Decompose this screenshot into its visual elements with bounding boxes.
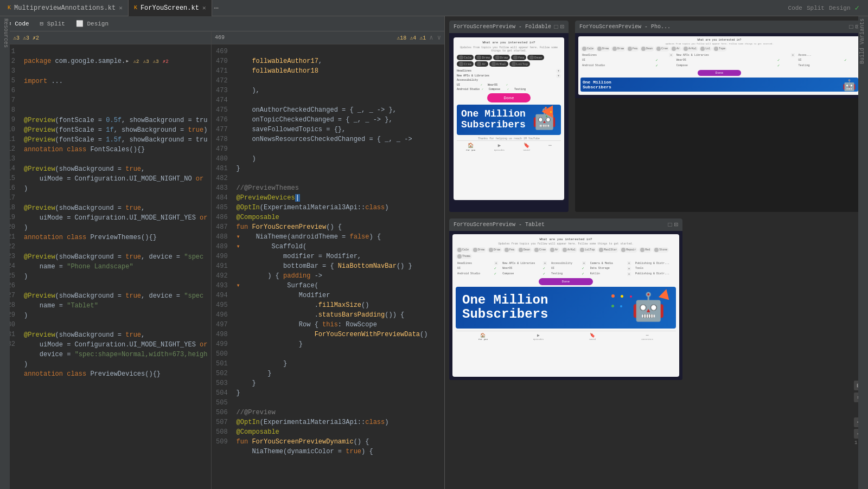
- phone-done-btn[interactable]: Done: [698, 70, 741, 76]
- foldable-nav-episodes[interactable]: ▶ Episodes: [494, 143, 505, 151]
- left-side-panel: Resources: [0, 16, 10, 489]
- phone-chip-1: Cale: [580, 46, 595, 52]
- foldable-content: What are you interested in? Updates from…: [454, 37, 564, 200]
- tablet-content: What are you interested in? Updates from…: [452, 234, 679, 377]
- tablet-nav-foryou[interactable]: 🏠 For you: [478, 333, 488, 340]
- tablet-icon-btn-2[interactable]: ⊡: [674, 221, 678, 229]
- foldable-million-banner: One Million Subscribers 🤖: [457, 105, 561, 135]
- tab-close-btn[interactable]: ✕: [119, 4, 123, 11]
- topic-chip-9[interactable]: LolTop: [509, 61, 531, 67]
- editor-toolbar: ≡ Code ⊟ Split ⬜ Design: [0, 16, 444, 31]
- topic-chip-3[interactable]: Draw: [493, 55, 510, 60]
- tab-multipreview[interactable]: K MultipreviewAnnotations.kt ✕: [2, 0, 129, 16]
- tablet-chip-7: Ar: [548, 247, 560, 253]
- tablet-topics: Cale Drew Draw Fea Dean Cree Ar ArKal Lo…: [456, 247, 676, 259]
- foldable-nav-foryou[interactable]: 🏠 For you: [466, 143, 475, 151]
- tablet-done-area: Done: [456, 278, 676, 285]
- foldable-nav-saved[interactable]: 🔖 Saved: [524, 143, 530, 151]
- tablet-icon-btn-1[interactable]: □: [668, 221, 672, 229]
- tab-foryouscreen[interactable]: K ForYouScreen.kt ✕: [129, 0, 212, 16]
- phone-topics: Cale Drew Draw Fea Dean Cree Ar ArKal Lo…: [580, 46, 858, 52]
- phone-chip-7: Ar: [670, 46, 681, 52]
- foldable-onboarding-title: What are you interested in?: [457, 41, 561, 44]
- main-split: ≡ Code ⊟ Split ⬜ Design ⚠2 ⚠3 ⚠3 ✗2 1235…: [0, 16, 868, 489]
- phone-million-subtitle: Subscribers: [583, 85, 856, 89]
- right-code-header: 469 ⚠18 ⚠4 ⚠1 ∧ ∨: [212, 31, 444, 44]
- left-panel: ≡ Code ⊟ Split ⬜ Design ⚠2 ⚠3 ⚠3 ✗2 1235…: [0, 16, 445, 489]
- tablet-chip-1: Cale: [456, 247, 470, 253]
- topic-chip-2[interactable]: Drew: [475, 55, 492, 60]
- toolbar-split-btn[interactable]: ⊟ Split: [37, 19, 68, 28]
- phone-chip-5: Dean: [640, 46, 654, 52]
- right-panel: ForYouScreenPreview - Foldable □ ⊡ What …: [445, 16, 868, 489]
- code-split: ⚠2 ⚠3 ⚠3 ✗2 1235 678910 1112131415 16171…: [0, 31, 444, 489]
- topic-chip-4[interactable]: Fea: [511, 55, 526, 60]
- tablet-chip-2: Drew: [471, 247, 486, 253]
- preview-foldable-card: ForYouScreenPreview - Foldable □ ⊡ What …: [449, 21, 569, 212]
- tablet-nav-saved[interactable]: 🔖 Saved: [589, 333, 596, 340]
- right-code-panel: 469 ⚠18 ⚠4 ⚠1 ∧ ∨ 469470471472473 474475…: [212, 31, 444, 489]
- topic-chip-5[interactable]: Dean: [527, 55, 544, 60]
- foldable-done-btn[interactable]: Done: [487, 93, 531, 102]
- preview-foldable-icons[interactable]: □ ⊡: [554, 23, 564, 31]
- preview-foldable-title: ForYouScreenPreview - Foldable: [454, 24, 551, 30]
- foldable-nav-more[interactable]: ⋯: [548, 143, 551, 151]
- filter-headlines: Headlines + New APIs & Libraries + Acces…: [457, 69, 561, 82]
- tablet-filter-table: Headlines+ New APIs & Libraries+ Accessi…: [456, 261, 676, 276]
- scroll-arrows[interactable]: ∧ ∨: [429, 34, 441, 42]
- check-icon: ✓: [855, 3, 859, 12]
- tablet-nav-episodes[interactable]: ▶ Episodes: [533, 333, 544, 340]
- phone-chip-9: Lol: [699, 46, 712, 52]
- tablet-chip-12: Red: [639, 247, 652, 253]
- tablet-nav-interests[interactable]: ⋯ Interests: [641, 333, 653, 340]
- preview-phone-header: ForYouScreenPreview - Pho... □ ⊡: [575, 21, 864, 33]
- tablet-chip-9: LolTop: [578, 247, 596, 253]
- tablet-chip-10: MaolStar: [597, 247, 618, 253]
- toolbar-design-btn[interactable]: ⬜ Design: [73, 19, 112, 28]
- phone-million-banner: One Million Subscribers 🤖: [580, 78, 858, 92]
- preview-phone-title: ForYouScreenPreview - Pho...: [579, 24, 671, 30]
- topic-chip-6[interactable]: Cree: [457, 61, 474, 67]
- phone-screen: What are you interested in? Updates from…: [575, 33, 864, 98]
- tab-more-btn[interactable]: ⋯: [214, 3, 219, 12]
- foldable-screen: What are you interested in? Updates from…: [449, 33, 569, 212]
- topic-chip-7[interactable]: Ar: [475, 61, 488, 67]
- toolbar-split-btn-right[interactable]: Split: [807, 5, 825, 11]
- left-code-body[interactable]: 1235 678910 1112131415 1617181920 212223…: [0, 44, 211, 489]
- toolbar-design-btn-right[interactable]: Design: [829, 5, 851, 11]
- foldable-mascot: 🤖: [532, 105, 557, 135]
- topic-chip-1[interactable]: Cale: [457, 55, 474, 60]
- tablet-done-btn[interactable]: Done: [539, 278, 593, 285]
- tablet-chip-8: ArKal: [561, 247, 577, 253]
- tablet-chip-5: Dean: [517, 247, 532, 253]
- foldable-icon-btn-2[interactable]: ⊡: [560, 23, 564, 31]
- tablet-chip-6: Cree: [533, 247, 547, 253]
- phone-icon-btn-1[interactable]: □: [850, 23, 853, 31]
- tab-close-btn-2[interactable]: ✕: [202, 4, 206, 11]
- foldable-subtitle: Updates from topics you follow will appe…: [457, 46, 561, 53]
- tablet-onboarding-title: What are you interested in?: [456, 237, 676, 241]
- right-code-range: 469: [215, 35, 225, 41]
- phone-chip-10: Tope: [712, 46, 727, 52]
- preview-tablet-card: ForYouScreenPreview - Tablet □ ⊡ What ar…: [449, 218, 682, 380]
- tablet-million-banner: One Million Subscribers 🤖: [456, 287, 676, 329]
- right-side-panel: Build Variants: [858, 16, 868, 489]
- preview-tablet-header: ForYouScreenPreview - Tablet □ ⊡: [449, 218, 682, 231]
- preview-tablet-title: ForYouScreenPreview - Tablet: [454, 222, 545, 228]
- right-warning-count: ⚠18 ⚠4 ⚠1: [397, 35, 426, 41]
- foldable-icon-btn-1[interactable]: □: [554, 23, 558, 31]
- preview-foldable-header: ForYouScreenPreview - Foldable □ ⊡: [449, 21, 569, 33]
- right-code-body[interactable]: 469470471472473 474475476477478 47948048…: [212, 44, 444, 489]
- hat-decoration: [660, 289, 671, 299]
- tablet-chip-4: Fea: [503, 247, 516, 253]
- tablet-chip-14: Thoma: [456, 254, 472, 259]
- phone-chip-3: Draw: [611, 46, 626, 52]
- tablet-nav-bar: 🏠 For you ▶ Episodes 🔖 Saved: [456, 331, 676, 342]
- preview-phone-card: ForYouScreenPreview - Pho... □ ⊡ What ar…: [575, 21, 864, 212]
- preview-area[interactable]: ForYouScreenPreview - Foldable □ ⊡ What …: [445, 16, 868, 489]
- preview-tablet-icons[interactable]: □ ⊡: [668, 221, 678, 229]
- tablet-chip-3: Draw: [487, 247, 502, 253]
- preview-top-row: ForYouScreenPreview - Foldable □ ⊡ What …: [449, 21, 864, 212]
- topic-chip-8[interactable]: ArKal: [489, 61, 508, 67]
- toolbar-code-btn-right[interactable]: Code: [788, 5, 802, 11]
